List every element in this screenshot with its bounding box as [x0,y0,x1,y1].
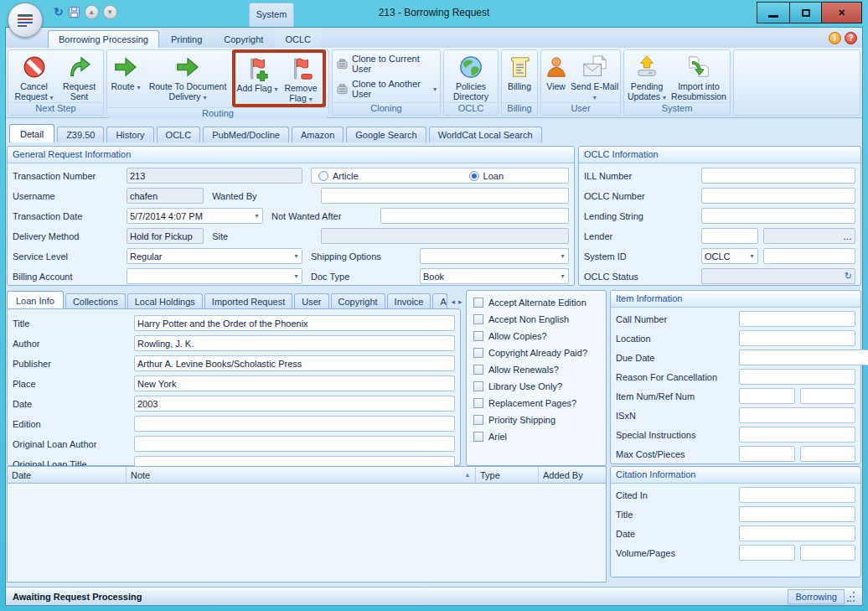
tab-history[interactable]: History [106,127,153,142]
delivery-method-field[interactable] [127,228,204,244]
original-loan-author-field[interactable] [134,436,455,452]
save-icon[interactable] [68,6,80,18]
policies-directory-button[interactable]: Policies Directory [446,51,496,102]
notes-column-added-by[interactable]: Added By [539,467,606,484]
tab-pubmed-docline[interactable]: PubMed/Docline [203,127,289,142]
doc-type-combo[interactable]: ▾ [420,268,569,284]
notes-column-date[interactable]: Date [8,467,127,484]
due-date-combo[interactable]: ▾ [739,350,868,365]
wanted-by-field[interactable] [321,188,569,204]
tab-amazon[interactable]: Amazon [292,127,344,142]
ribbon-tab-borrowing-processing[interactable]: Borrowing Processing [48,30,159,48]
site-field[interactable] [321,228,569,244]
request-sent-button[interactable]: Request Sent [58,51,101,102]
lender-field[interactable] [701,228,758,244]
lending-string-field[interactable] [701,208,855,224]
lender-lookup-button[interactable]: … [763,228,855,244]
transaction-number-field[interactable] [127,168,302,184]
not-wanted-after-field[interactable] [380,208,569,224]
volume-field[interactable] [739,545,795,561]
tab-local-holdings[interactable]: Local Holdings [127,293,203,309]
tab-imported-request[interactable]: Imported Request [204,293,292,309]
minimize-button[interactable] [757,3,789,23]
tab-scroll-right-icon[interactable]: ▸ [457,298,464,309]
call-number-field[interactable] [739,311,855,327]
ref-num-field[interactable] [800,388,856,404]
pending-updates-button[interactable]: Pending Updates ▾ [625,51,669,102]
reason-for-cancellation-field[interactable] [739,369,855,385]
tab-collections[interactable]: Collections [65,293,126,309]
billing-button[interactable]: Billing [503,51,536,102]
refresh-icon[interactable]: ↻ [54,5,64,18]
app-menu-button[interactable] [8,3,43,38]
tab-truncated[interactable]: A [432,293,447,309]
isxn-field[interactable] [739,407,855,423]
max-cost-field[interactable] [739,446,795,462]
flag-library-use-only[interactable]: Library Use Only? [473,381,599,391]
pieces-field[interactable] [800,446,856,462]
system-id-combo[interactable]: ▾ [701,248,758,264]
tab-detail[interactable]: Detail [9,124,54,143]
loan-radio[interactable] [469,171,479,181]
oclc-number-field[interactable] [701,188,855,204]
flag-copyright-already-paid[interactable]: Copyright Already Paid? [473,348,599,358]
notes-column-note[interactable]: Note▲ [127,467,476,484]
add-flag-button[interactable]: Add Flag ▾ [235,53,279,104]
clone-to-another-user-button[interactable]: Clone to Another User ▾ [336,79,437,99]
tab-user[interactable]: User [294,293,328,309]
loan-publisher-field[interactable] [134,355,455,371]
system-id-value-field[interactable] [763,248,855,264]
remove-flag-button[interactable]: Remove Flag ▾ [279,53,323,104]
tab-copyright[interactable]: Copyright [331,293,385,309]
ribbon-tab-oclc[interactable]: OCLC [275,31,321,48]
tab-worldcat-local-search[interactable]: WorldCat Local Search [429,127,542,142]
route-to-document-delivery-button[interactable]: Route To Document Delivery ▾ [143,51,232,107]
pages-field[interactable] [800,545,856,561]
transaction-date-combo[interactable]: ▾ [127,208,263,224]
undo-icon[interactable]: ▲ [85,5,99,19]
flag-allow-copies[interactable]: Allow Copies? [473,331,599,341]
resize-grip[interactable] [847,591,855,603]
notes-grid-body[interactable] [8,484,606,583]
location-field[interactable] [739,330,855,346]
flag-replacement-pages[interactable]: Replacement Pages? [473,398,599,408]
cancel-request-button[interactable]: Cancel Request ▾ [11,51,58,102]
flag-accept-alternate-edition[interactable]: Accept Alternate Edition [473,298,599,308]
view-user-button[interactable]: View [542,51,570,102]
send-email-button[interactable]: Send E-Mail ▾ [570,51,619,102]
billing-account-combo[interactable]: ▾ [127,268,302,284]
flag-priority-shipping[interactable]: Priority Shipping [473,415,599,425]
citation-title-field[interactable] [739,506,855,522]
loan-author-field[interactable] [134,335,455,351]
loan-date-field[interactable] [134,396,455,412]
import-into-resubmission-button[interactable]: Import into Resubmission [669,51,729,102]
service-level-combo[interactable]: ▾ [127,248,302,264]
info-bubble-icon[interactable]: i [829,32,841,44]
loan-edition-field[interactable] [134,416,455,432]
ribbon-tab-printing[interactable]: Printing [161,31,212,48]
clone-to-current-user-button[interactable]: Clone to Current User [336,54,437,74]
loan-place-field[interactable] [134,375,455,391]
loan-title-field[interactable] [134,315,455,331]
tab-scroll-left-icon[interactable]: ◂ [449,298,457,309]
tab-oclc[interactable]: OCLC [157,127,201,142]
notes-column-type[interactable]: Type [476,467,539,484]
flag-allow-renewals[interactable]: Allow Renewals? [473,365,599,375]
citation-date-field[interactable] [739,526,855,541]
status-refresh-icon[interactable]: ↻ [845,271,852,282]
ribbon-tab-copyright[interactable]: Copyright [214,31,273,48]
item-num-field[interactable] [739,388,795,404]
maximize-button[interactable] [789,3,821,23]
tab-loan-info[interactable]: Loan Info [7,291,64,310]
tab-z3950[interactable]: Z39.50 [57,127,104,142]
tab-google-search[interactable]: Google Search [346,127,426,142]
special-instructions-field[interactable] [739,427,855,443]
help-icon[interactable]: ? [845,32,857,44]
route-button[interactable]: Route ▾ [108,51,143,107]
flag-accept-non-english[interactable]: Accept Non English [473,314,599,324]
shipping-options-combo[interactable]: ▾ [420,248,569,264]
ill-number-field[interactable] [701,168,855,184]
flag-ariel[interactable]: Ariel [473,432,599,442]
username-field[interactable] [127,188,204,204]
cited-in-field[interactable] [739,487,855,503]
